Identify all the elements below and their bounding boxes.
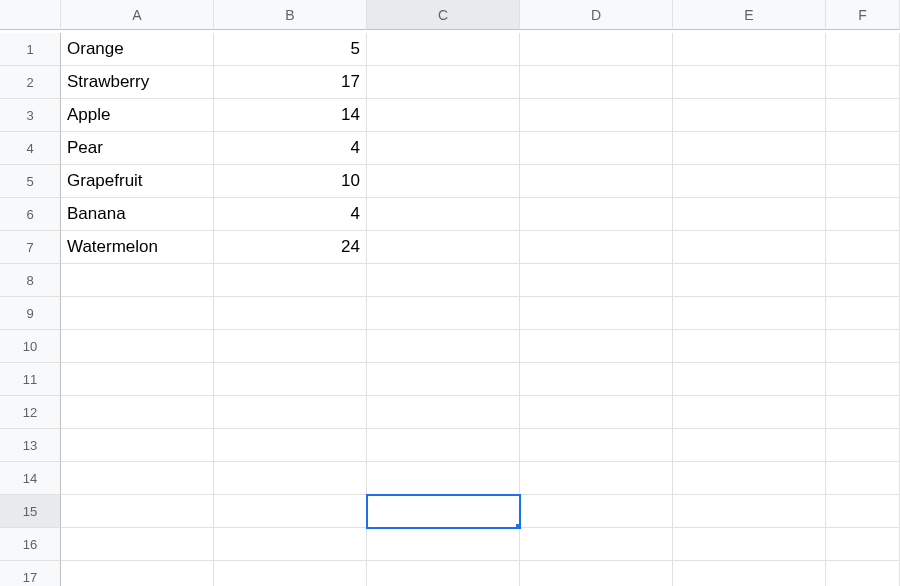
cell-A16[interactable] xyxy=(61,528,214,561)
cell-B7[interactable]: 24 xyxy=(214,231,367,264)
cell-D3[interactable] xyxy=(520,99,673,132)
cell-D8[interactable] xyxy=(520,264,673,297)
cell-F17[interactable] xyxy=(826,561,900,586)
cell-A12[interactable] xyxy=(61,396,214,429)
cell-F16[interactable] xyxy=(826,528,900,561)
cell-D5[interactable] xyxy=(520,165,673,198)
cell-D9[interactable] xyxy=(520,297,673,330)
cell-E1[interactable] xyxy=(673,33,826,66)
row-header-17[interactable]: 17 xyxy=(0,561,61,586)
cell-C1[interactable] xyxy=(367,33,520,66)
cell-C15[interactable] xyxy=(367,495,520,528)
cell-F9[interactable] xyxy=(826,297,900,330)
cell-C14[interactable] xyxy=(367,462,520,495)
cell-B8[interactable] xyxy=(214,264,367,297)
row-header-9[interactable]: 9 xyxy=(0,297,61,330)
cell-E6[interactable] xyxy=(673,198,826,231)
column-header-C[interactable]: C xyxy=(367,0,520,30)
cell-F13[interactable] xyxy=(826,429,900,462)
cell-E7[interactable] xyxy=(673,231,826,264)
cell-F8[interactable] xyxy=(826,264,900,297)
cell-F6[interactable] xyxy=(826,198,900,231)
column-header-A[interactable]: A xyxy=(61,0,214,30)
spreadsheet-grid[interactable]: ABCDEF1Orange52Strawberry173Apple144Pear… xyxy=(0,0,900,586)
cell-B5[interactable]: 10 xyxy=(214,165,367,198)
cell-D14[interactable] xyxy=(520,462,673,495)
cell-D2[interactable] xyxy=(520,66,673,99)
cell-E17[interactable] xyxy=(673,561,826,586)
cell-A1[interactable]: Orange xyxy=(61,33,214,66)
cell-D6[interactable] xyxy=(520,198,673,231)
cell-B16[interactable] xyxy=(214,528,367,561)
cell-C17[interactable] xyxy=(367,561,520,586)
cell-E3[interactable] xyxy=(673,99,826,132)
row-header-5[interactable]: 5 xyxy=(0,165,61,198)
cell-B6[interactable]: 4 xyxy=(214,198,367,231)
cell-D15[interactable] xyxy=(520,495,673,528)
cell-C3[interactable] xyxy=(367,99,520,132)
cell-C6[interactable] xyxy=(367,198,520,231)
cell-D10[interactable] xyxy=(520,330,673,363)
cell-B15[interactable] xyxy=(214,495,367,528)
cell-A6[interactable]: Banana xyxy=(61,198,214,231)
column-header-F[interactable]: F xyxy=(826,0,900,30)
row-header-16[interactable]: 16 xyxy=(0,528,61,561)
cell-E4[interactable] xyxy=(673,132,826,165)
cell-E15[interactable] xyxy=(673,495,826,528)
row-header-2[interactable]: 2 xyxy=(0,66,61,99)
cell-B2[interactable]: 17 xyxy=(214,66,367,99)
cell-E5[interactable] xyxy=(673,165,826,198)
cell-A14[interactable] xyxy=(61,462,214,495)
row-header-15[interactable]: 15 xyxy=(0,495,61,528)
cell-F12[interactable] xyxy=(826,396,900,429)
cell-D1[interactable] xyxy=(520,33,673,66)
cell-E8[interactable] xyxy=(673,264,826,297)
cell-A17[interactable] xyxy=(61,561,214,586)
column-header-B[interactable]: B xyxy=(214,0,367,30)
row-header-4[interactable]: 4 xyxy=(0,132,61,165)
cell-F7[interactable] xyxy=(826,231,900,264)
cell-C5[interactable] xyxy=(367,165,520,198)
cell-C2[interactable] xyxy=(367,66,520,99)
cell-B4[interactable]: 4 xyxy=(214,132,367,165)
cell-C13[interactable] xyxy=(367,429,520,462)
cell-A13[interactable] xyxy=(61,429,214,462)
cell-B9[interactable] xyxy=(214,297,367,330)
cell-A3[interactable]: Apple xyxy=(61,99,214,132)
cell-C8[interactable] xyxy=(367,264,520,297)
cell-B13[interactable] xyxy=(214,429,367,462)
cell-F1[interactable] xyxy=(826,33,900,66)
cell-B14[interactable] xyxy=(214,462,367,495)
cell-F15[interactable] xyxy=(826,495,900,528)
cell-C16[interactable] xyxy=(367,528,520,561)
cell-A11[interactable] xyxy=(61,363,214,396)
cell-A8[interactable] xyxy=(61,264,214,297)
cell-D4[interactable] xyxy=(520,132,673,165)
cell-A15[interactable] xyxy=(61,495,214,528)
cell-C11[interactable] xyxy=(367,363,520,396)
cell-E2[interactable] xyxy=(673,66,826,99)
cell-E12[interactable] xyxy=(673,396,826,429)
cell-D13[interactable] xyxy=(520,429,673,462)
cell-E13[interactable] xyxy=(673,429,826,462)
cell-D16[interactable] xyxy=(520,528,673,561)
cell-F4[interactable] xyxy=(826,132,900,165)
cell-E16[interactable] xyxy=(673,528,826,561)
cell-B1[interactable]: 5 xyxy=(214,33,367,66)
cell-A5[interactable]: Grapefruit xyxy=(61,165,214,198)
cell-A4[interactable]: Pear xyxy=(61,132,214,165)
cell-B10[interactable] xyxy=(214,330,367,363)
row-header-10[interactable]: 10 xyxy=(0,330,61,363)
cell-F14[interactable] xyxy=(826,462,900,495)
row-header-14[interactable]: 14 xyxy=(0,462,61,495)
cell-C4[interactable] xyxy=(367,132,520,165)
cell-D11[interactable] xyxy=(520,363,673,396)
cell-F11[interactable] xyxy=(826,363,900,396)
row-header-12[interactable]: 12 xyxy=(0,396,61,429)
cell-C7[interactable] xyxy=(367,231,520,264)
cell-A2[interactable]: Strawberry xyxy=(61,66,214,99)
cell-F10[interactable] xyxy=(826,330,900,363)
cell-C12[interactable] xyxy=(367,396,520,429)
cell-C10[interactable] xyxy=(367,330,520,363)
cell-F3[interactable] xyxy=(826,99,900,132)
